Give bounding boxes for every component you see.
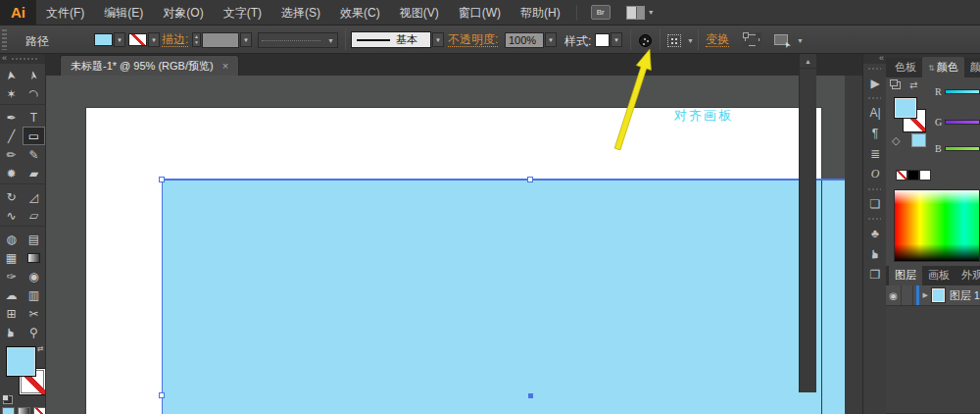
- column-graph-tool[interactable]: ▥: [23, 285, 45, 304]
- zoom-tool[interactable]: ⚲: [23, 323, 45, 341]
- dock-grip[interactable]: [868, 188, 881, 190]
- character-panel-button[interactable]: A|: [863, 102, 887, 123]
- brush-dropdown[interactable]: ▼: [432, 32, 444, 47]
- dock-header[interactable]: «: [863, 54, 886, 64]
- rotate-tool[interactable]: ↻: [0, 187, 23, 206]
- tool-panel-header[interactable]: «: [0, 54, 45, 64]
- out-of-gamut-icon[interactable]: ◇: [892, 134, 900, 147]
- type-tool[interactable]: T: [23, 108, 45, 127]
- hand-tool[interactable]: ☛: [0, 323, 23, 341]
- selection-tool[interactable]: ➤: [0, 66, 23, 84]
- blue-slider[interactable]: [945, 146, 980, 151]
- stroke-weight-label[interactable]: 描边:: [162, 33, 188, 47]
- scroll-up-icon[interactable]: ▲: [800, 54, 816, 69]
- graphic-styles-panel-button[interactable]: ☛: [863, 243, 887, 264]
- toolbar-fill-swatch[interactable]: [6, 346, 36, 377]
- eyedropper-tool[interactable]: ✑: [0, 267, 23, 285]
- blob-brush-tool[interactable]: ✹: [0, 164, 23, 182]
- fill-color-dropdown[interactable]: ▼: [114, 32, 125, 47]
- direct-selection-tool[interactable]: ➢: [23, 66, 45, 84]
- free-transform-tool[interactable]: ▱: [23, 206, 45, 225]
- layer-name[interactable]: 图层 1: [950, 288, 980, 303]
- opentype-panel-button[interactable]: O: [863, 164, 887, 184]
- stroke-weight-dropdown[interactable]: ▼: [240, 32, 252, 47]
- opacity-label[interactable]: 不透明度:: [448, 33, 498, 47]
- close-icon[interactable]: ×: [222, 60, 228, 72]
- slice-tool[interactable]: ✂: [23, 304, 45, 323]
- artboards-panel-button[interactable]: ❐: [863, 264, 887, 285]
- scale-tool[interactable]: ◿: [23, 187, 45, 206]
- none-mode-button[interactable]: [33, 407, 46, 414]
- selection-handle-left-middle[interactable]: [159, 392, 165, 398]
- lock-toggle[interactable]: [902, 285, 913, 305]
- blend-tool[interactable]: ◉: [23, 267, 45, 285]
- swap-fill-stroke-icon[interactable]: ⇄: [909, 79, 917, 90]
- vertical-scrollbar[interactable]: ▲: [799, 54, 816, 392]
- menu-item[interactable]: 文件(F): [36, 0, 94, 26]
- bridge-button[interactable]: Br: [591, 5, 611, 20]
- red-slider[interactable]: [945, 89, 980, 94]
- menu-item[interactable]: 效果(C): [330, 0, 390, 26]
- color-fill-swatch[interactable]: [894, 97, 917, 119]
- lasso-tool[interactable]: ◠: [23, 84, 45, 103]
- selection-handle-top-left[interactable]: [159, 177, 165, 182]
- stroke-weight-value[interactable]: [202, 32, 239, 48]
- none-swatch[interactable]: [896, 170, 907, 181]
- in-gamut-swatch[interactable]: [911, 133, 926, 147]
- tab-appearance[interactable]: 外观: [956, 265, 980, 285]
- opacity-dropdown[interactable]: ▼: [545, 32, 557, 47]
- fill-color-swatch[interactable]: [94, 33, 113, 46]
- align-dropdown-icon[interactable]: ▼: [687, 37, 694, 44]
- menu-item[interactable]: 对象(O): [153, 0, 213, 26]
- tab-swatches[interactable]: 色板: [889, 57, 922, 78]
- paintbrush-tool[interactable]: ✏: [0, 145, 23, 164]
- transparency-panel-button[interactable]: ❏: [863, 193, 887, 214]
- transform-label[interactable]: 变换: [706, 33, 729, 47]
- control-bar-grip[interactable]: [2, 29, 7, 50]
- select-similar-dropdown-icon[interactable]: ▼: [797, 37, 804, 44]
- black-swatch[interactable]: [907, 170, 919, 181]
- width-tool[interactable]: ∿: [0, 206, 23, 225]
- menu-item[interactable]: 帮助(H): [511, 0, 570, 26]
- stroke-weight-stepper[interactable]: ▲▼: [192, 32, 201, 47]
- expand-triangle-icon[interactable]: ▶: [923, 291, 928, 299]
- white-swatch[interactable]: [919, 170, 931, 181]
- tab-artboards[interactable]: 画板: [922, 265, 956, 285]
- selected-rectangle[interactable]: [162, 180, 845, 414]
- actions-panel-button[interactable]: ▶: [863, 73, 887, 93]
- workspace-switcher-button[interactable]: ▼: [626, 6, 655, 20]
- gradient-tool[interactable]: [23, 248, 45, 267]
- isolate-object-icon[interactable]: [745, 34, 760, 46]
- paragraph-styles-panel-button[interactable]: ≣: [863, 143, 887, 164]
- dock-grip[interactable]: [868, 68, 881, 70]
- dock-grip[interactable]: [868, 218, 881, 220]
- menu-item[interactable]: 窗口(W): [449, 0, 511, 26]
- brush-definition-dropdown[interactable]: 基本: [351, 31, 431, 48]
- pen-tool[interactable]: ✒: [0, 108, 23, 127]
- perspective-grid-tool[interactable]: ▤: [23, 230, 45, 248]
- rectangle-tool[interactable]: ▭: [23, 127, 45, 145]
- stroke-color-swatch[interactable]: [128, 33, 147, 46]
- paragraph-panel-button[interactable]: ¶: [863, 123, 887, 143]
- shape-builder-tool[interactable]: ◍: [0, 230, 23, 248]
- mesh-tool[interactable]: ▦: [0, 248, 23, 267]
- symbols-panel-button[interactable]: ♣: [863, 223, 887, 243]
- eraser-tool[interactable]: ▰: [23, 164, 45, 182]
- green-slider[interactable]: [945, 120, 980, 125]
- magic-wand-tool[interactable]: ✶: [0, 84, 23, 103]
- tab-layers[interactable]: 图层: [889, 265, 922, 285]
- variable-width-profile-dropdown[interactable]: ▼: [258, 32, 338, 48]
- opacity-value[interactable]: 100%: [505, 32, 544, 48]
- menu-item[interactable]: 视图(V): [390, 0, 449, 26]
- collapse-icon[interactable]: «: [2, 54, 7, 63]
- menu-item[interactable]: 选择(S): [271, 0, 330, 26]
- align-panel-icon[interactable]: [667, 34, 681, 47]
- document-tab[interactable]: 未标题-1* @ 95% (RGB/预览) ×: [60, 55, 239, 76]
- artboard-tool[interactable]: ⊞: [0, 304, 23, 323]
- menu-item[interactable]: 编辑(E): [94, 0, 153, 26]
- tab-color[interactable]: ⇅颜色: [922, 57, 964, 78]
- stroke-color-dropdown[interactable]: ▼: [148, 32, 160, 47]
- expand-panels-icon[interactable]: «: [879, 53, 884, 63]
- menu-item[interactable]: 文字(T): [214, 0, 271, 26]
- canvas-viewport[interactable]: 对齐画板: [46, 76, 845, 414]
